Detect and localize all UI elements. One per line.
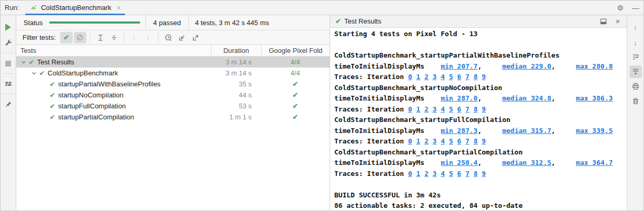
console-link[interactable]: 6: [457, 105, 461, 113]
console-link[interactable]: 5: [449, 170, 453, 177]
show-ignored-button[interactable]: [74, 32, 86, 43]
pin-tab-button[interactable]: [2, 98, 15, 110]
console-link[interactable]: median 229.0: [502, 62, 551, 70]
tab-close-icon[interactable]: ×: [117, 4, 121, 12]
toolbar-separator: [3, 53, 14, 53]
previous-failed-test-button[interactable]: ↑: [128, 32, 141, 43]
tree-row-test-results[interactable]: ✔Test Results3 m 14 s4/4: [16, 57, 330, 68]
test-name: startupFullCompilation: [58, 102, 126, 110]
close-console-button[interactable]: ×: [612, 16, 624, 27]
layout-settings-button[interactable]: [2, 77, 15, 90]
console-line: ColdStartupBenchmark_startupPartialCompi…: [334, 147, 627, 158]
chevron-down-icon[interactable]: [19, 59, 28, 66]
pin-icon: [4, 100, 13, 108]
column-header-tests[interactable]: Tests: [16, 47, 211, 54]
arrow-down-icon: ↓: [634, 39, 637, 47]
test-history-button[interactable]: [162, 32, 175, 43]
tree-row-startuppartialcompilation[interactable]: ✔startupPartialCompilation1 m 1 s✔: [16, 112, 330, 123]
toggle-console-layout-button[interactable]: [597, 16, 609, 27]
console-link[interactable]: 3: [433, 170, 437, 177]
show-passed-button[interactable]: ✔: [60, 32, 73, 43]
console-link[interactable]: min 287.0: [441, 94, 478, 102]
column-header-device[interactable]: Google Pixel Fold: [261, 45, 330, 56]
console-link[interactable]: 6: [457, 73, 461, 81]
console-link[interactable]: 2: [424, 73, 428, 81]
console-text: [478, 170, 482, 177]
print-button[interactable]: [629, 80, 642, 93]
clear-all-button[interactable]: [629, 95, 642, 107]
run-left-toolbar: [1, 15, 16, 211]
console-link[interactable]: max 280.8: [576, 62, 613, 70]
run-tab-bar: Run: ColdStartupBenchmark × ⚙ —: [1, 1, 643, 15]
console-link[interactable]: 9: [482, 105, 486, 113]
console-link[interactable]: 9: [482, 73, 486, 81]
expand-all-icon: [96, 34, 105, 42]
console-link[interactable]: 0: [408, 137, 412, 145]
next-failed-test-button[interactable]: ↓: [142, 32, 154, 43]
console-link[interactable]: 9: [482, 170, 486, 177]
console-link[interactable]: median 324.8: [502, 94, 551, 102]
tree-row-startupnocompilation[interactable]: ✔startupNoCompilation44 s✔: [16, 90, 330, 101]
soft-wrap-button[interactable]: [629, 51, 642, 63]
console-text: ,: [478, 62, 502, 70]
console-link[interactable]: median 315.7: [502, 127, 551, 135]
console-link[interactable]: min 287.3: [441, 127, 478, 135]
console-link[interactable]: 9: [482, 137, 486, 145]
console-link[interactable]: 0: [408, 170, 412, 177]
console-link[interactable]: 6: [457, 170, 461, 177]
rerun-button[interactable]: [2, 21, 15, 34]
separator: [90, 33, 91, 42]
test-duration: 3 m 14 s: [211, 58, 261, 66]
collapse-all-button[interactable]: [108, 32, 120, 43]
down-the-stack-trace-button[interactable]: ↓: [629, 36, 642, 49]
console-link[interactable]: 5: [449, 105, 453, 113]
hide-toolwindow-icon[interactable]: —: [628, 4, 643, 12]
console-link[interactable]: 3: [433, 137, 437, 145]
console-link[interactable]: min 207.7: [441, 62, 478, 70]
console-output[interactable]: Starting 4 tests on Pixel Fold - 13ColdS…: [330, 28, 627, 211]
settings-gear-icon[interactable]: ⚙: [613, 4, 628, 12]
console-text: [412, 170, 416, 177]
console-link[interactable]: min 250.4: [441, 159, 478, 166]
up-the-stack-trace-button[interactable]: ↑: [629, 21, 642, 34]
tree-row-coldstartupbenchmark[interactable]: ✔ColdStartupBenchmark3 m 14 s4/4: [16, 68, 330, 79]
export-test-results-button[interactable]: [189, 32, 202, 43]
console-link[interactable]: 8: [473, 73, 478, 81]
filter-tests-label: Filter tests:: [22, 34, 56, 41]
console-link[interactable]: 0: [408, 73, 412, 81]
console-link[interactable]: 2: [424, 137, 428, 145]
console-link[interactable]: 0: [408, 105, 412, 113]
console-link[interactable]: 3: [433, 105, 437, 113]
expand-all-button[interactable]: [94, 32, 107, 43]
console-link[interactable]: max 386.3: [576, 94, 613, 102]
run-tab[interactable]: ColdStartupBenchmark ×: [24, 1, 126, 15]
console-link[interactable]: max 339.5: [576, 127, 613, 135]
console-link[interactable]: 8: [473, 105, 478, 113]
console-link[interactable]: median 312.5: [502, 159, 551, 166]
tree-row-startupfullcompilation[interactable]: ✔startupFullCompilation53 s✔: [16, 101, 330, 112]
console-text: [478, 105, 482, 113]
console-text: timeToInitialDisplayMs: [334, 62, 441, 70]
console-link[interactable]: 8: [473, 170, 478, 177]
console-link[interactable]: 2: [424, 105, 428, 113]
test-name: startupPartialWithBaselineProfiles: [58, 80, 161, 88]
tree-row-startuppartialwithbaselineprofiles[interactable]: ✔startupPartialWithBaselineProfiles35 s✔: [16, 79, 330, 90]
console-link[interactable]: 5: [449, 73, 453, 81]
test-duration: 3 m 14 s: [211, 69, 261, 77]
stop-button[interactable]: [2, 57, 15, 70]
console-link[interactable]: 8: [473, 137, 478, 145]
console-link[interactable]: 6: [457, 137, 461, 145]
device-result: ✔: [261, 113, 330, 121]
console-link[interactable]: 3: [433, 73, 437, 81]
console-link[interactable]: 2: [424, 170, 428, 177]
test-passed-icon: ✔: [292, 91, 298, 99]
console-line: timeToInitialDisplayMs min 250.4, median…: [334, 158, 627, 169]
close-icon: ×: [616, 17, 620, 26]
chevron-down-icon[interactable]: [30, 70, 38, 77]
scroll-to-end-button[interactable]: [629, 65, 642, 78]
console-link[interactable]: 5: [449, 137, 453, 145]
modify-configuration-button[interactable]: [2, 37, 15, 49]
import-test-results-button[interactable]: [176, 32, 188, 43]
console-link[interactable]: max 364.7: [576, 159, 613, 166]
column-header-duration[interactable]: Duration: [211, 45, 261, 56]
